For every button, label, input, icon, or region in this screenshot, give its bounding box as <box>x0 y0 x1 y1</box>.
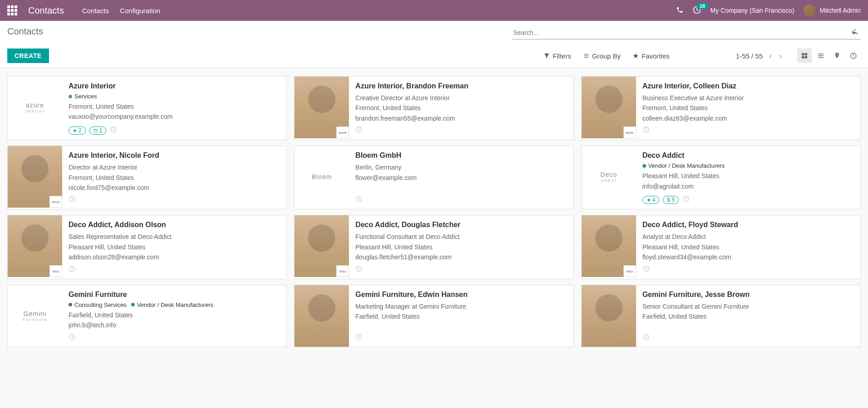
contact-role: Business Executive at Azure Interior <box>642 93 854 103</box>
filter-icon <box>544 53 550 59</box>
tag: Services <box>69 93 97 100</box>
view-list[interactable] <box>814 49 828 63</box>
contact-name: Deco Addict, Floyd Steward <box>642 221 854 229</box>
company-badge: deco <box>623 265 636 277</box>
card-footer <box>355 123 567 135</box>
apps-icon[interactable] <box>7 5 17 15</box>
card-footer <box>355 330 567 342</box>
activity-icon[interactable] <box>69 195 76 204</box>
contact-email: nicole.ford75@example.com <box>69 183 280 193</box>
create-button[interactable]: CREATE <box>7 49 49 63</box>
contact-card[interactable]: Gemini Furniture, Edwin HansenMarketing … <box>294 285 574 347</box>
groupby-button[interactable]: Group By <box>583 52 621 60</box>
svg-rect-6 <box>94 129 98 132</box>
card-body: Gemini FurnitureConsulting ServicesVendo… <box>62 285 286 347</box>
contact-card[interactable]: DecoAddictDeco AddictVendor / Desk Manuf… <box>581 146 861 209</box>
contact-card[interactable]: azureAzure Interior, Colleen DiazBusines… <box>581 76 861 140</box>
card-body: Bloem GmbHBerlin, Germanyflower@example.… <box>349 146 573 209</box>
card-footer <box>69 330 280 342</box>
contact-role: Marketing Manager at Gemini Furniture <box>355 301 567 311</box>
company-badge: azure <box>336 126 349 138</box>
pager-next[interactable]: › <box>777 49 784 63</box>
pager[interactable]: 1-55 / 55 <box>736 52 763 60</box>
contact-photo <box>294 285 349 347</box>
contact-card[interactable]: Gemini Furniture, Jesse BrownSenior Cons… <box>581 285 861 347</box>
user-menu[interactable]: Mitchell Admin <box>804 5 861 16</box>
filters-button[interactable]: Filters <box>544 52 571 60</box>
contact-role: Functional Consultant at Deco Addict <box>355 232 567 242</box>
stat-pill[interactable]: $ 5 <box>663 196 679 204</box>
activity-icon[interactable] <box>355 126 363 135</box>
contact-location: Pleasant Hill, United States <box>642 242 854 252</box>
tag: Consulting Services <box>69 301 127 308</box>
contact-name: Deco Addict <box>642 151 854 160</box>
activity-icon[interactable] <box>69 265 76 274</box>
contact-location: Berlin, Germany <box>355 162 567 172</box>
brand: Contacts <box>28 5 64 16</box>
card-footer <box>69 262 280 274</box>
contact-location: Fremont, United States <box>69 102 280 112</box>
contact-card[interactable]: azureAzure Interior, Brandon FreemanCrea… <box>294 76 574 140</box>
contact-card[interactable]: decoDeco Addict, Floyd StewardAnalyst at… <box>581 215 861 279</box>
contact-card[interactable]: GeminiFurnitureGemini FurnitureConsultin… <box>7 285 287 347</box>
notif-icon[interactable]: 18 <box>692 5 701 16</box>
pager-prev[interactable]: ‹ <box>767 49 774 63</box>
notif-badge: 18 <box>697 3 708 9</box>
view-activity[interactable] <box>846 49 861 63</box>
contact-email: brandon.freeman55@example.com <box>355 113 567 123</box>
view-map[interactable] <box>830 49 844 63</box>
card-footer: 21 <box>69 123 280 135</box>
card-footer: 4$ 5 <box>642 193 854 204</box>
contact-name: Azure Interior, Nicole Ford <box>69 151 280 160</box>
search-input[interactable] <box>511 26 861 39</box>
card-footer <box>69 193 280 204</box>
contact-name: Azure Interior, Colleen Diaz <box>642 82 854 90</box>
phone-icon[interactable] <box>676 6 683 15</box>
card-footer <box>355 193 567 204</box>
clock-icon <box>850 52 857 59</box>
contact-email: vauxoo@yourcompany.example.com <box>69 112 280 121</box>
activity-icon[interactable] <box>355 195 363 204</box>
activity-icon[interactable] <box>642 265 650 274</box>
contact-card[interactable]: azureAzure Interior, Nicole FordDirector… <box>7 146 287 209</box>
contact-location: Pleasant Hill, United States <box>69 242 280 252</box>
contact-card[interactable]: decoDeco Addict, Douglas FletcherFunctio… <box>294 215 574 279</box>
user-name: Mitchell Admin <box>820 7 861 14</box>
contact-role: Senior Consultant at Gemini Furniture <box>642 301 854 311</box>
contact-card[interactable]: BloemBloem GmbHBerlin, Germanyflower@exa… <box>294 146 574 209</box>
company-logo: GeminiFurniture <box>8 285 62 347</box>
contact-card[interactable]: azureinteriorAzure InteriorServicesFremo… <box>7 76 287 140</box>
card-body: Azure Interior, Colleen DiazBusiness Exe… <box>636 77 860 140</box>
activity-icon[interactable] <box>355 265 363 274</box>
contact-photo: azure <box>294 77 349 138</box>
activity-icon[interactable] <box>110 126 117 135</box>
contact-role: Director at Azure Interior <box>69 162 280 172</box>
tag-list: Vendor / Desk Manufacturers <box>642 162 854 169</box>
stat-pill[interactable]: 2 <box>69 126 86 135</box>
contact-name: Azure Interior, Brandon Freeman <box>355 82 567 90</box>
activity-icon[interactable] <box>69 333 76 342</box>
activity-icon[interactable] <box>682 195 690 204</box>
contact-card[interactable]: decoDeco Addict, Addison OlsonSales Repr… <box>7 215 287 279</box>
card-footer <box>642 262 854 274</box>
activity-icon[interactable] <box>642 333 650 342</box>
company-selector[interactable]: My Company (San Francisco) <box>711 7 794 14</box>
stat-pill[interactable]: 4 <box>642 196 660 204</box>
favorites-button[interactable]: Favorites <box>633 52 670 60</box>
card-footer <box>642 330 854 342</box>
activity-icon[interactable] <box>642 126 650 135</box>
stat-pill[interactable]: 1 <box>89 126 107 135</box>
search-icon[interactable] <box>852 28 859 37</box>
contact-name: Bloem GmbH <box>355 151 567 160</box>
contact-location: Fairfield, United States <box>642 311 854 321</box>
activity-icon[interactable] <box>355 333 363 342</box>
view-kanban[interactable] <box>797 49 812 63</box>
nav-contacts[interactable]: Contacts <box>82 7 109 15</box>
contact-photo: azure <box>8 146 62 208</box>
search-wrap <box>511 26 861 39</box>
tag-list: Consulting ServicesVendor / Desk Manufac… <box>69 301 280 308</box>
contact-email: info@agrolait.com <box>642 181 854 191</box>
nav-configuration[interactable]: Configuration <box>120 7 160 15</box>
contact-role: Analyst at Deco Addict <box>642 232 854 242</box>
contact-location: Fremont, United States <box>642 103 854 113</box>
